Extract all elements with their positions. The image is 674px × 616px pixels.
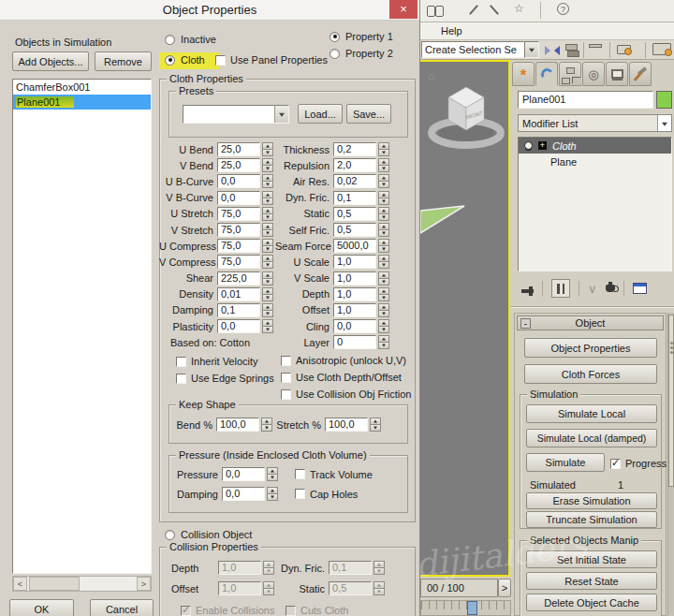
spinner-control[interactable]: [263, 561, 274, 575]
graph-editors-icon[interactable]: [617, 45, 631, 54]
spinner-up-icon[interactable]: [378, 191, 389, 198]
checkbox-box[interactable]: [295, 469, 305, 479]
spinner-control[interactable]: [378, 271, 389, 286]
bend-field[interactable]: 100,0: [216, 418, 259, 432]
track-bar[interactable]: [420, 600, 511, 616]
param-value-field[interactable]: 75,0: [217, 239, 260, 253]
cloth-forces-button[interactable]: Cloth Forces: [524, 364, 657, 384]
spinner-up-icon[interactable]: [262, 303, 273, 311]
selection-set-dropdown-button[interactable]: [524, 41, 539, 58]
property2-radio[interactable]: Property 2: [330, 45, 393, 62]
spinner-up-icon[interactable]: [378, 174, 389, 182]
collision-dyn-field[interactable]: 0,1: [329, 561, 372, 575]
param-value-field[interactable]: 0,0: [217, 174, 260, 188]
simulation-object-list-item[interactable]: Plane001: [13, 95, 151, 110]
spinner-up-icon[interactable]: [262, 223, 273, 230]
spinner-control[interactable]: [262, 255, 273, 269]
property1-radio[interactable]: Property 1: [330, 28, 393, 45]
modifier-list-dropdown[interactable]: Modifier List: [518, 114, 672, 132]
spinner-control[interactable]: [378, 287, 389, 301]
dialog-titlebar[interactable]: Object Properties: [0, 0, 419, 21]
spinner-up-icon[interactable]: [378, 207, 389, 214]
checkbox-option[interactable]: Use Cloth Depth/Offset: [281, 369, 411, 386]
command-panel-scrollbar[interactable]: [667, 313, 674, 616]
object-rollout-header[interactable]: - Object: [517, 315, 664, 330]
erase-simulation-button[interactable]: Erase Simulation: [526, 492, 657, 509]
spinner-control[interactable]: [262, 191, 273, 205]
collision-depth-field[interactable]: 1,0: [218, 561, 261, 575]
param-value-field[interactable]: 225,0: [217, 271, 260, 286]
tab-display[interactable]: [606, 62, 628, 86]
collision-static-field[interactable]: 0,5: [329, 581, 372, 595]
spinner-control[interactable]: [267, 487, 278, 501]
spinner-down-icon[interactable]: [262, 150, 273, 156]
spinner-down-icon[interactable]: [262, 166, 273, 172]
spinner-control[interactable]: [262, 142, 273, 156]
track-volume-checkbox[interactable]: Track Volume: [295, 466, 373, 483]
configure-modifier-sets-icon[interactable]: [633, 283, 647, 294]
spinner-control[interactable]: [378, 174, 389, 188]
close-icon[interactable]: ×: [389, 0, 418, 19]
inactive-radio[interactable]: Inactive: [165, 31, 216, 48]
collision-offset-field[interactable]: 1,0: [218, 581, 261, 595]
checkbox-box[interactable]: [176, 357, 186, 367]
spinner-down-icon[interactable]: [378, 182, 389, 188]
tab-hierarchy[interactable]: [559, 62, 581, 86]
tab-modify[interactable]: [535, 62, 558, 86]
radio-circle[interactable]: [330, 49, 340, 59]
spinner-up-icon[interactable]: [262, 319, 273, 327]
checkbox-option[interactable]: Use Collision Obj Friction: [281, 386, 411, 403]
spinner-up-icon[interactable]: [378, 335, 389, 343]
radio-circle[interactable]: [330, 32, 340, 42]
spinner-control[interactable]: [378, 207, 389, 221]
pin-stack-icon[interactable]: [521, 289, 534, 293]
truncate-simulation-button[interactable]: Truncate Simulation: [526, 511, 657, 528]
checkbox-box[interactable]: [215, 55, 226, 66]
spinner-down-icon[interactable]: [262, 311, 273, 317]
param-value-field[interactable]: 1,0: [333, 303, 376, 317]
param-value-field[interactable]: 0,1: [333, 191, 376, 205]
spinner-up-icon[interactable]: [378, 255, 389, 262]
render-setup-icon[interactable]: [652, 43, 671, 55]
progress-checkbox[interactable]: Progress: [610, 455, 667, 472]
plane-object[interactable]: [420, 204, 469, 236]
spinner-control[interactable]: [378, 303, 389, 317]
reset-state-button[interactable]: Reset State: [526, 572, 657, 590]
ok-button[interactable]: OK: [9, 599, 74, 616]
spinner-up-icon[interactable]: [378, 239, 389, 246]
hscroll-thumb[interactable]: [29, 577, 80, 591]
checkbox-box[interactable]: [281, 373, 291, 383]
bind-to-spacewarp-icon[interactable]: ☆: [514, 2, 524, 15]
spinner-down-icon[interactable]: [262, 214, 273, 221]
spinner-down-icon[interactable]: [262, 246, 273, 253]
checkbox-option[interactable]: Use Edge Springs: [176, 370, 274, 387]
tab-motion[interactable]: ◎: [582, 62, 605, 86]
spinner-up-icon[interactable]: [378, 223, 389, 230]
spinner-down-icon[interactable]: [262, 182, 273, 188]
show-end-result-icon[interactable]: [551, 279, 570, 298]
spinner-control[interactable]: [262, 223, 273, 237]
spinner-control[interactable]: [378, 158, 389, 172]
param-value-field[interactable]: 75,0: [217, 223, 260, 237]
param-value-field[interactable]: 1,0: [333, 255, 376, 269]
spinner-down-icon[interactable]: [378, 230, 389, 237]
spinner-control[interactable]: [374, 581, 385, 595]
spinner-control[interactable]: [267, 467, 278, 481]
collapse-icon[interactable]: -: [520, 318, 531, 329]
spinner-down-icon[interactable]: [262, 230, 273, 237]
spinner-control[interactable]: [262, 303, 273, 317]
delete-object-cache-button[interactable]: Delete Object Cache: [526, 594, 657, 611]
spinner-down-icon[interactable]: [378, 198, 389, 205]
spinner-control[interactable]: [378, 142, 389, 156]
cuts-cloth-checkbox[interactable]: Cuts Cloth: [286, 602, 348, 616]
spinner-control[interactable]: [262, 239, 273, 253]
bulb-icon[interactable]: [524, 141, 533, 150]
spinner-down-icon[interactable]: [378, 166, 389, 172]
simulate-local-damped-button[interactable]: Simulate Local (damped): [526, 429, 657, 447]
load-button[interactable]: Load...: [298, 104, 343, 124]
simulate-button[interactable]: Simulate: [526, 453, 605, 472]
spinner-up-icon[interactable]: [262, 174, 273, 182]
set-initial-state-button[interactable]: Set Initial State: [526, 550, 657, 568]
time-slider[interactable]: 00 / 100: [420, 579, 498, 597]
spinner-down-icon[interactable]: [262, 279, 273, 286]
